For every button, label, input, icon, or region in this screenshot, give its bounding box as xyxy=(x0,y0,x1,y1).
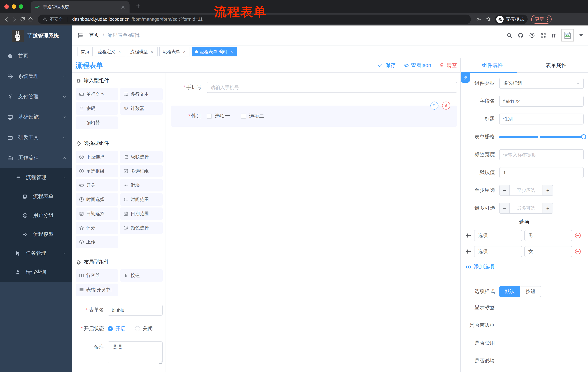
sidebar-item-process-model[interactable]: 流程模型 xyxy=(0,225,73,244)
save-button[interactable]: 保存 xyxy=(378,62,396,69)
zoom-window-button[interactable] xyxy=(19,4,23,9)
fullscreen-icon[interactable] xyxy=(540,32,546,38)
stepper-decrease-button[interactable]: − xyxy=(500,203,510,213)
form-name-input[interactable] xyxy=(108,305,163,316)
close-icon[interactable]: × xyxy=(182,49,187,54)
component-checkbox-group[interactable]: 多选框组 xyxy=(120,165,163,177)
component-rate[interactable]: 评分 xyxy=(76,222,118,234)
collapse-sidebar-icon[interactable] xyxy=(77,32,83,38)
sidebar-item-home[interactable]: 首页 xyxy=(0,46,73,66)
update-button[interactable]: 更新 xyxy=(531,15,552,24)
tag-process-model[interactable]: 流程模型 × xyxy=(127,47,158,56)
bookmark-star-icon[interactable] xyxy=(485,16,491,22)
phone-input[interactable] xyxy=(207,82,457,93)
field-name-input[interactable] xyxy=(499,96,584,107)
checkbox-box[interactable] xyxy=(241,114,246,119)
drag-handle-icon[interactable] xyxy=(465,232,472,239)
stepper-increase-button[interactable]: + xyxy=(543,203,553,213)
component-radio-group[interactable]: 单选框组 xyxy=(76,165,118,177)
sidebar-item-system[interactable]: 系统管理 xyxy=(0,66,73,87)
slider-handle[interactable] xyxy=(581,134,586,139)
component-color-picker[interactable]: 颜色选择 xyxy=(120,222,163,234)
component-time-picker[interactable]: 时间选择 xyxy=(76,193,118,206)
title-input[interactable] xyxy=(499,114,584,125)
tab-form-props[interactable]: 表单属性 xyxy=(524,58,588,72)
close-icon[interactable]: × xyxy=(149,49,154,54)
remove-option-icon[interactable] xyxy=(575,248,581,255)
component-time-range[interactable]: 时间范围 xyxy=(120,193,163,206)
sidebar-item-payment[interactable]: 支付管理 xyxy=(0,87,73,107)
sidebar-item-leave-query[interactable]: 请假查询 xyxy=(0,263,73,282)
stepper-placeholder[interactable]: 最多可选 xyxy=(510,203,543,213)
default-value-input[interactable] xyxy=(499,167,584,178)
component-date-range[interactable]: 日期范围 xyxy=(120,207,163,220)
sidebar-item-devtools[interactable]: 研发工具 xyxy=(0,128,73,148)
back-icon[interactable] xyxy=(4,16,10,22)
browser-tab[interactable]: 芋道管理系统 xyxy=(31,1,129,13)
stepper-decrease-button[interactable]: − xyxy=(500,185,510,195)
browser-menu-icon[interactable] xyxy=(547,17,548,22)
checkbox-option-1[interactable]: 选项一 xyxy=(207,113,230,119)
drag-handle-icon[interactable] xyxy=(465,248,472,255)
avatar-caret-icon[interactable] xyxy=(579,34,583,36)
option-value-input[interactable] xyxy=(524,230,572,241)
sidebar-item-task-mgmt[interactable]: 任务管理 xyxy=(0,244,73,263)
clear-button[interactable]: 清空 xyxy=(439,62,457,69)
sidebar-item-user-group[interactable]: 用户分组 xyxy=(0,206,73,225)
style-default-button[interactable]: 默认 xyxy=(499,286,520,297)
forward-icon[interactable] xyxy=(12,16,18,22)
form-remark-textarea[interactable]: 嘿嘿 xyxy=(108,341,163,363)
slider-track[interactable] xyxy=(499,136,584,138)
close-icon[interactable]: × xyxy=(117,49,122,54)
add-option-button[interactable]: 添加选项 xyxy=(466,264,588,270)
close-window-button[interactable] xyxy=(4,4,9,9)
tab-close-icon[interactable] xyxy=(120,4,126,10)
reload-icon[interactable] xyxy=(20,16,25,22)
tab-component-props[interactable]: 组件属性 xyxy=(461,58,524,72)
view-json-button[interactable]: 查看json xyxy=(404,62,431,69)
option-label-input[interactable] xyxy=(474,246,522,257)
component-type-select[interactable]: 多选框组 xyxy=(499,78,584,89)
component-multi-text[interactable]: 多行文本 xyxy=(120,88,163,100)
delete-component-button[interactable] xyxy=(442,102,450,110)
component-button[interactable]: 按钮 xyxy=(120,269,163,282)
component-row-container[interactable]: 行容器 xyxy=(76,269,118,282)
option-value-input[interactable] xyxy=(524,246,572,257)
checkbox-option-2[interactable]: 选项二 xyxy=(241,113,264,119)
font-size-icon[interactable]: tT xyxy=(552,32,556,38)
option-label-input[interactable] xyxy=(474,230,522,241)
password-key-icon[interactable] xyxy=(476,16,482,22)
component-upload[interactable]: 上传 xyxy=(76,236,118,248)
component-single-text[interactable]: 单行文本 xyxy=(76,88,118,100)
canvas-phone-field[interactable]: *手机号 xyxy=(171,82,457,93)
component-password[interactable]: 密码 xyxy=(76,102,118,115)
label-width-input[interactable] xyxy=(499,149,584,160)
component-date-picker[interactable]: 日期选择 xyxy=(76,207,118,220)
grid-slider[interactable] xyxy=(499,131,584,142)
remove-option-icon[interactable] xyxy=(575,232,581,239)
copy-component-button[interactable] xyxy=(430,102,439,110)
radio-closed[interactable]: 关闭 xyxy=(135,325,153,332)
help-icon[interactable] xyxy=(529,32,535,38)
stepper-placeholder[interactable]: 至少应选 xyxy=(510,185,543,195)
search-icon[interactable] xyxy=(506,32,512,38)
component-select[interactable]: 下拉选择 xyxy=(76,151,118,163)
tag-process-form[interactable]: 流程表单 × xyxy=(159,47,190,56)
avatar[interactable] xyxy=(561,29,574,42)
component-editor[interactable]: 编辑器 xyxy=(76,117,118,129)
checkbox-box[interactable] xyxy=(207,114,212,119)
stepper-increase-button[interactable]: + xyxy=(543,185,553,195)
close-icon[interactable]: × xyxy=(229,49,234,54)
breadcrumb-home[interactable]: 首页 xyxy=(89,32,99,39)
radio-open[interactable]: 开启 xyxy=(108,325,126,332)
component-cascader[interactable]: 级联选择 xyxy=(120,151,163,163)
sidebar-item-infra[interactable]: 基础设施 xyxy=(0,107,73,128)
address-bar[interactable]: 不安全 dashboard.yudao.iocoder.cn/bpm/manag… xyxy=(38,15,471,24)
component-table[interactable]: 表格[开发中] xyxy=(76,284,118,296)
tag-process-form-edit[interactable]: 流程表单-编辑 × xyxy=(192,47,237,56)
minimize-window-button[interactable] xyxy=(12,4,16,9)
tag-process-definition[interactable]: 流程定义 × xyxy=(94,47,125,56)
component-slider[interactable]: 滑块 xyxy=(120,179,163,191)
tag-home[interactable]: 首页 xyxy=(77,47,93,56)
style-button-button[interactable]: 按钮 xyxy=(520,286,541,297)
